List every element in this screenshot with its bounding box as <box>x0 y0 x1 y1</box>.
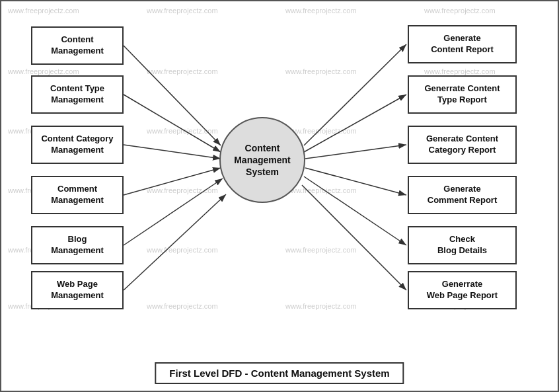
svg-line-5 <box>124 178 223 245</box>
content-management-box: ContentManagement <box>31 26 124 65</box>
watermark-6: www.freeprojectz.com <box>147 67 218 75</box>
generate-content-type-report-box: Generrate ContentType Report <box>408 75 517 114</box>
watermark-19: www.freeprojectz.com <box>285 246 357 254</box>
watermark-3: www.freeprojectz.com <box>285 7 357 15</box>
svg-line-7 <box>304 44 406 145</box>
web-page-management-box: Web PageManagement <box>31 271 124 309</box>
svg-line-2 <box>124 95 221 152</box>
watermark-18: www.freeprojectz.com <box>147 246 218 254</box>
check-blog-details-box: CheckBlog Details <box>408 226 517 264</box>
generate-content-report-box: GenerateContent Report <box>408 25 517 63</box>
generate-web-page-report-box: GenerrateWeb Page Report <box>408 271 517 309</box>
watermark-10: www.freeprojectz.com <box>147 127 218 135</box>
generate-content-category-report-box: Generate ContentCategory Report <box>408 126 517 164</box>
comment-management-box: CommentManagement <box>31 176 124 214</box>
svg-line-9 <box>305 145 406 159</box>
diagram-caption: First Level DFD - Content Management Sys… <box>155 362 404 384</box>
svg-line-10 <box>305 168 406 195</box>
svg-line-8 <box>304 95 406 152</box>
generate-comment-report-box: GenerateComment Report <box>408 176 517 214</box>
watermark-7: www.freeprojectz.com <box>285 67 357 75</box>
watermark-8: www.freeprojectz.com <box>424 67 496 75</box>
svg-line-4 <box>124 168 221 195</box>
center-circle: ContentManagementSystem <box>219 117 305 203</box>
watermark-2: www.freeprojectz.com <box>147 7 218 15</box>
watermark-5: www.freeprojectz.com <box>8 67 79 75</box>
svg-line-6 <box>124 194 226 290</box>
content-category-management-box: Content CategoryManagement <box>31 126 124 164</box>
watermark-14: www.freeprojectz.com <box>147 186 218 194</box>
watermark-1: www.freeprojectz.com <box>8 7 79 15</box>
svg-line-3 <box>124 145 221 159</box>
watermark-22: www.freeprojectz.com <box>147 302 218 310</box>
watermark-15: www.freeprojectz.com <box>285 186 357 194</box>
watermark-4: www.freeprojectz.com <box>424 7 496 15</box>
main-diagram: www.freeprojectz.com www.freeprojectz.co… <box>0 0 559 392</box>
svg-line-12 <box>302 185 406 290</box>
svg-line-11 <box>304 176 406 245</box>
blog-management-box: BlogManagement <box>31 226 124 264</box>
content-type-management-box: Content TypeManagement <box>31 75 124 114</box>
watermark-23: www.freeprojectz.com <box>285 302 357 310</box>
svg-line-1 <box>124 46 221 145</box>
